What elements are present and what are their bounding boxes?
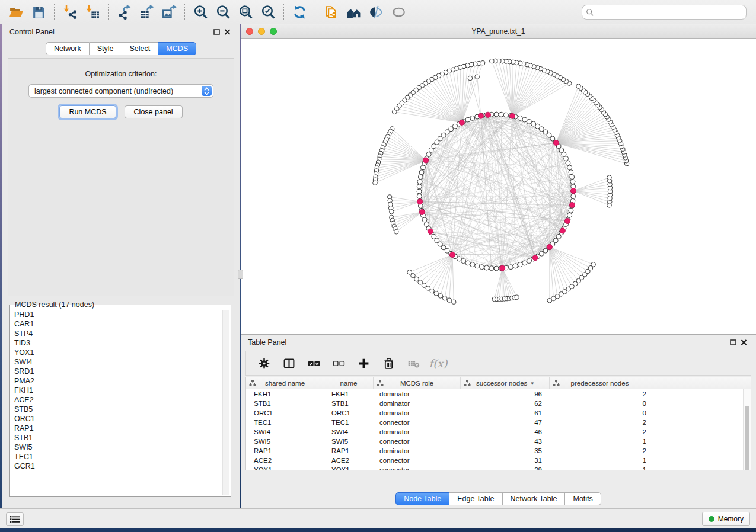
network-window: YPA_prune.txt_1 <box>241 24 756 334</box>
tab-edge-table[interactable]: Edge Table <box>449 492 502 505</box>
mcds-result-item[interactable]: FKH1 <box>11 386 222 395</box>
table-scrollbar-thumb[interactable] <box>745 406 749 470</box>
gear-icon <box>258 357 270 370</box>
checked-boxes-icon <box>308 357 320 370</box>
function-builder-button[interactable]: f(x) <box>429 354 448 373</box>
clone-network-button[interactable] <box>321 2 341 22</box>
float-table-panel-button[interactable] <box>728 338 738 347</box>
tab-motifs[interactable]: Motifs <box>565 492 601 505</box>
mcds-result-item[interactable]: TID3 <box>11 338 222 348</box>
split-table-button[interactable] <box>279 354 298 373</box>
mcds-result-item[interactable]: GCR1 <box>11 462 222 471</box>
network-canvas[interactable] <box>241 39 756 334</box>
table-row[interactable]: ACE2 ACE2 connector 31 1 <box>246 456 751 465</box>
table-row[interactable]: SWI5 SWI5 connector 43 1 <box>246 437 751 446</box>
show-all-button[interactable] <box>388 2 409 22</box>
memory-status-icon <box>709 516 714 522</box>
close-table-panel-button[interactable] <box>738 338 749 347</box>
mcds-result-item[interactable]: CAR1 <box>11 319 222 329</box>
search-field <box>582 5 747 20</box>
column-header-mcds-role[interactable]: MCDS role <box>374 377 461 389</box>
window-zoom-button[interactable] <box>270 28 277 35</box>
export-image-button[interactable] <box>159 2 179 22</box>
mcds-result-item[interactable]: SWI4 <box>11 357 222 367</box>
tab-node-table[interactable]: Node Table <box>395 492 449 505</box>
table-row[interactable]: SWI4 SWI4 dominator 46 2 <box>246 427 751 437</box>
column-header-shared-name[interactable]: shared name <box>246 377 324 389</box>
mcds-result-item[interactable]: STB5 <box>11 405 222 414</box>
control-panel-title: Control Panel <box>9 28 55 36</box>
criterion-select[interactable]: largest connected component (undirected) <box>28 84 213 98</box>
save-session-button[interactable] <box>28 2 49 22</box>
mcds-result-item[interactable]: YOX1 <box>11 348 222 357</box>
zoom-fit-button[interactable] <box>235 2 256 22</box>
table-toolbar: f(x) <box>245 351 751 376</box>
shared-column-icon <box>377 380 384 386</box>
zoom-selected-button[interactable] <box>258 2 278 22</box>
mcds-result-item[interactable]: ACE2 <box>11 395 222 405</box>
search-icon <box>586 8 594 17</box>
import-table-button[interactable] <box>82 2 103 22</box>
create-column-button[interactable] <box>354 354 373 373</box>
mcds-result-item[interactable]: STP4 <box>11 329 222 338</box>
export-table-button[interactable] <box>136 2 157 22</box>
delete-table-button[interactable] <box>404 354 423 373</box>
close-panel-action-button[interactable]: Close panel <box>125 105 183 118</box>
deselect-all-rows-button[interactable] <box>329 354 348 373</box>
select-all-rows-button[interactable] <box>304 354 323 373</box>
mcds-result-item[interactable]: ORC1 <box>11 414 222 424</box>
export-network-button[interactable] <box>114 2 134 22</box>
zoom-in-button[interactable] <box>190 2 210 22</box>
table-header: shared name name MCDS role <box>246 377 751 389</box>
open-session-button[interactable] <box>6 2 26 22</box>
column-header-predecessor-nodes[interactable]: predecessor nodes <box>550 377 650 389</box>
window-close-button[interactable] <box>246 28 253 35</box>
tab-network-table[interactable]: Network Table <box>503 492 566 505</box>
network-window-titlebar: YPA_prune.txt_1 <box>241 24 756 39</box>
search-input[interactable] <box>596 8 742 17</box>
table-scrollbar[interactable] <box>743 389 751 470</box>
import-network-button[interactable] <box>60 2 80 22</box>
tab-network[interactable]: Network <box>46 42 90 55</box>
mcds-result-item[interactable]: STB1 <box>11 433 222 443</box>
table-body: FKH1 FKH1 dominator 96 2 STB1 STB1 domin… <box>246 389 751 470</box>
delete-column-button[interactable] <box>379 354 398 373</box>
toolbar-separator <box>184 4 185 20</box>
mcds-result-title: MCDS result (17 nodes) <box>13 300 96 309</box>
tab-select[interactable]: Select <box>122 42 159 55</box>
control-panel-tabs: Network Style Select MCDS <box>2 42 240 55</box>
mcds-result-item[interactable]: SRD1 <box>11 367 222 376</box>
table-row[interactable]: STB1 STB1 dominator 62 0 <box>246 399 751 408</box>
mcds-result-item[interactable]: TEC1 <box>11 452 222 462</box>
mcds-result-item[interactable]: SWI5 <box>11 443 222 452</box>
tab-style[interactable]: Style <box>90 42 122 55</box>
splitter-handle[interactable] <box>238 270 243 279</box>
table-row[interactable]: FKH1 FKH1 dominator 96 2 <box>246 389 751 399</box>
mcds-list-scrollbar[interactable] <box>222 310 229 495</box>
column-header-successor-nodes[interactable]: successor nodes ▾ <box>461 377 550 389</box>
close-panel-button[interactable] <box>222 27 232 37</box>
mcds-result-item[interactable]: PMA2 <box>11 376 222 386</box>
zoom-out-button[interactable] <box>213 2 233 22</box>
memory-button[interactable]: Memory <box>702 512 750 526</box>
eye-slash-icon <box>369 5 384 20</box>
first-neighbors-button[interactable] <box>343 2 363 22</box>
mcds-result-item[interactable]: PHD1 <box>11 310 222 319</box>
column-header-name[interactable]: name <box>324 377 374 389</box>
table-row[interactable]: YOX1 YOX1 connector 29 1 <box>246 465 751 470</box>
hide-selected-button[interactable] <box>366 2 386 22</box>
window-minimize-button[interactable] <box>258 28 265 35</box>
mcds-result-item[interactable]: RAP1 <box>11 424 222 433</box>
apply-layout-button[interactable] <box>289 2 310 22</box>
mcds-tab-content: Optimization criterion: largest connecte… <box>8 58 234 296</box>
mcds-result-list[interactable]: PHD1 CAR1 STP4 TID3 YOX1 SWI4 SRD1 PMA2 … <box>11 310 222 495</box>
table-tabs: Node Table Edge Table Network Table Moti… <box>241 492 756 505</box>
show-log-button[interactable] <box>6 512 24 526</box>
table-row[interactable]: RAP1 RAP1 dominator 35 2 <box>246 446 751 456</box>
run-mcds-button[interactable]: Run MCDS <box>59 105 116 118</box>
table-row[interactable]: ORC1 ORC1 dominator 61 0 <box>246 408 751 418</box>
float-panel-button[interactable] <box>211 27 222 37</box>
table-row[interactable]: TEC1 TEC1 connector 47 2 <box>246 418 751 427</box>
tab-mcds[interactable]: MCDS <box>158 42 196 55</box>
table-settings-button[interactable] <box>254 354 273 373</box>
